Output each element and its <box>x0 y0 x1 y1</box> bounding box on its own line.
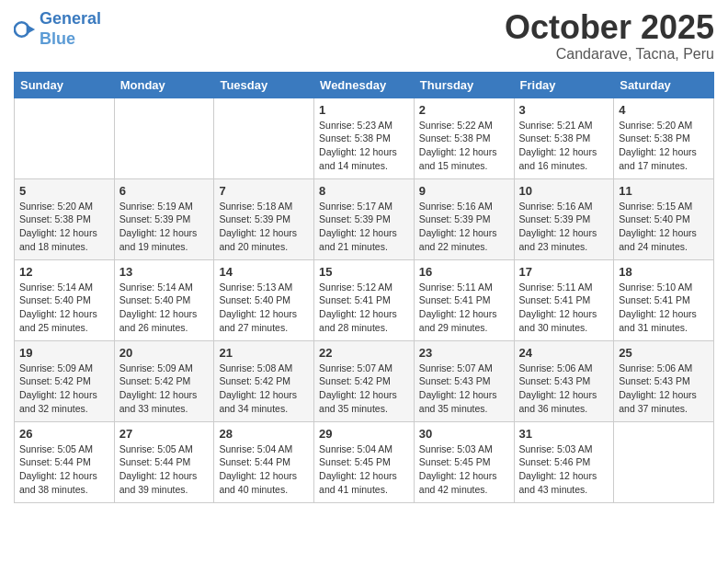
weekday-header: Monday <box>114 72 214 98</box>
day-number: 12 <box>19 265 109 279</box>
day-info: Sunrise: 5:17 AM Sunset: 5:39 PM Dayligh… <box>319 200 409 254</box>
calendar-cell: 3Sunrise: 5:21 AM Sunset: 5:38 PM Daylig… <box>514 98 614 178</box>
day-info: Sunrise: 5:05 AM Sunset: 5:44 PM Dayligh… <box>119 442 210 497</box>
day-number: 15 <box>319 265 409 279</box>
day-number: 3 <box>519 103 609 117</box>
calendar-week-row: 12Sunrise: 5:14 AM Sunset: 5:40 PM Dayli… <box>15 259 714 340</box>
day-info: Sunrise: 5:15 AM Sunset: 5:40 PM Dayligh… <box>619 200 709 254</box>
header: General Blue October 2025 Candarave, Tac… <box>14 9 714 63</box>
day-number: 20 <box>119 346 210 360</box>
calendar-cell: 23Sunrise: 5:07 AM Sunset: 5:43 PM Dayli… <box>414 340 514 421</box>
day-info: Sunrise: 5:06 AM Sunset: 5:43 PM Dayligh… <box>519 362 609 416</box>
calendar-cell <box>114 98 214 178</box>
day-info: Sunrise: 5:14 AM Sunset: 5:40 PM Dayligh… <box>119 281 210 335</box>
day-number: 2 <box>419 103 509 117</box>
day-info: Sunrise: 5:13 AM Sunset: 5:40 PM Dayligh… <box>219 281 309 335</box>
calendar-cell: 24Sunrise: 5:06 AM Sunset: 5:43 PM Dayli… <box>514 340 614 421</box>
day-info: Sunrise: 5:23 AM Sunset: 5:38 PM Dayligh… <box>319 119 409 173</box>
day-info: Sunrise: 5:18 AM Sunset: 5:39 PM Dayligh… <box>219 200 309 254</box>
calendar-cell: 17Sunrise: 5:11 AM Sunset: 5:41 PM Dayli… <box>514 259 614 340</box>
day-number: 26 <box>19 427 109 441</box>
calendar-week-row: 5Sunrise: 5:20 AM Sunset: 5:38 PM Daylig… <box>15 178 714 259</box>
day-info: Sunrise: 5:20 AM Sunset: 5:38 PM Dayligh… <box>619 119 709 173</box>
calendar-cell: 15Sunrise: 5:12 AM Sunset: 5:41 PM Dayli… <box>314 259 415 340</box>
calendar-cell: 14Sunrise: 5:13 AM Sunset: 5:40 PM Dayli… <box>214 259 314 340</box>
calendar-cell: 27Sunrise: 5:05 AM Sunset: 5:44 PM Dayli… <box>114 421 214 502</box>
day-info: Sunrise: 5:11 AM Sunset: 5:41 PM Dayligh… <box>419 281 509 335</box>
day-number: 6 <box>119 184 210 198</box>
calendar-table: SundayMondayTuesdayWednesdayThursdayFrid… <box>14 72 714 503</box>
day-info: Sunrise: 5:08 AM Sunset: 5:42 PM Dayligh… <box>219 362 309 416</box>
calendar-cell: 22Sunrise: 5:07 AM Sunset: 5:42 PM Dayli… <box>314 340 415 421</box>
svg-marker-1 <box>27 24 35 33</box>
logo-text: General Blue <box>40 9 101 49</box>
calendar-cell: 4Sunrise: 5:20 AM Sunset: 5:38 PM Daylig… <box>614 98 714 178</box>
calendar-cell: 18Sunrise: 5:10 AM Sunset: 5:41 PM Dayli… <box>614 259 714 340</box>
calendar-week-row: 26Sunrise: 5:05 AM Sunset: 5:44 PM Dayli… <box>15 421 714 502</box>
title-section: October 2025 Candarave, Tacna, Peru <box>505 9 714 63</box>
day-number: 10 <box>519 184 609 198</box>
calendar-cell: 8Sunrise: 5:17 AM Sunset: 5:39 PM Daylig… <box>314 178 415 259</box>
day-info: Sunrise: 5:14 AM Sunset: 5:40 PM Dayligh… <box>19 281 109 335</box>
day-number: 24 <box>519 346 609 360</box>
day-number: 21 <box>219 346 309 360</box>
day-info: Sunrise: 5:09 AM Sunset: 5:42 PM Dayligh… <box>19 362 109 416</box>
day-number: 30 <box>419 427 509 441</box>
calendar-cell: 7Sunrise: 5:18 AM Sunset: 5:39 PM Daylig… <box>214 178 314 259</box>
day-number: 18 <box>619 265 709 279</box>
day-number: 25 <box>619 346 709 360</box>
day-info: Sunrise: 5:10 AM Sunset: 5:41 PM Dayligh… <box>619 281 709 335</box>
calendar-cell: 31Sunrise: 5:03 AM Sunset: 5:46 PM Dayli… <box>514 421 614 502</box>
day-number: 31 <box>519 427 609 441</box>
logo-icon <box>14 18 36 40</box>
day-number: 5 <box>19 184 109 198</box>
day-info: Sunrise: 5:04 AM Sunset: 5:44 PM Dayligh… <box>219 442 309 497</box>
day-number: 29 <box>319 427 409 441</box>
calendar-cell <box>214 98 314 178</box>
weekday-header: Friday <box>514 72 614 98</box>
page-container: General Blue October 2025 Candarave, Tac… <box>0 0 728 517</box>
day-number: 27 <box>119 427 210 441</box>
month-title: October 2025 <box>505 9 714 46</box>
calendar-cell: 1Sunrise: 5:23 AM Sunset: 5:38 PM Daylig… <box>314 98 415 178</box>
calendar-week-row: 19Sunrise: 5:09 AM Sunset: 5:42 PM Dayli… <box>15 340 714 421</box>
day-number: 13 <box>119 265 210 279</box>
calendar-cell: 21Sunrise: 5:08 AM Sunset: 5:42 PM Dayli… <box>214 340 314 421</box>
day-info: Sunrise: 5:12 AM Sunset: 5:41 PM Dayligh… <box>319 281 409 335</box>
calendar-cell: 6Sunrise: 5:19 AM Sunset: 5:39 PM Daylig… <box>114 178 214 259</box>
weekday-header: Sunday <box>15 72 115 98</box>
weekday-header: Tuesday <box>214 72 314 98</box>
weekday-header: Wednesday <box>314 72 415 98</box>
weekday-header: Saturday <box>614 72 714 98</box>
calendar-cell: 29Sunrise: 5:04 AM Sunset: 5:45 PM Dayli… <box>314 421 415 502</box>
day-info: Sunrise: 5:06 AM Sunset: 5:43 PM Dayligh… <box>619 362 709 416</box>
day-info: Sunrise: 5:07 AM Sunset: 5:42 PM Dayligh… <box>319 362 409 416</box>
calendar-cell: 9Sunrise: 5:16 AM Sunset: 5:39 PM Daylig… <box>414 178 514 259</box>
calendar-cell: 25Sunrise: 5:06 AM Sunset: 5:43 PM Dayli… <box>614 340 714 421</box>
day-info: Sunrise: 5:07 AM Sunset: 5:43 PM Dayligh… <box>419 362 509 416</box>
day-number: 19 <box>19 346 109 360</box>
day-number: 7 <box>219 184 309 198</box>
calendar-cell: 11Sunrise: 5:15 AM Sunset: 5:40 PM Dayli… <box>614 178 714 259</box>
day-number: 28 <box>219 427 309 441</box>
calendar-cell: 16Sunrise: 5:11 AM Sunset: 5:41 PM Dayli… <box>414 259 514 340</box>
day-info: Sunrise: 5:03 AM Sunset: 5:45 PM Dayligh… <box>419 442 509 497</box>
day-info: Sunrise: 5:19 AM Sunset: 5:39 PM Dayligh… <box>119 200 210 254</box>
day-info: Sunrise: 5:04 AM Sunset: 5:45 PM Dayligh… <box>319 442 409 497</box>
day-number: 4 <box>619 103 709 117</box>
calendar-cell: 5Sunrise: 5:20 AM Sunset: 5:38 PM Daylig… <box>15 178 115 259</box>
day-info: Sunrise: 5:11 AM Sunset: 5:41 PM Dayligh… <box>519 281 609 335</box>
calendar-cell: 2Sunrise: 5:22 AM Sunset: 5:38 PM Daylig… <box>414 98 514 178</box>
calendar-cell: 19Sunrise: 5:09 AM Sunset: 5:42 PM Dayli… <box>15 340 115 421</box>
calendar-cell: 12Sunrise: 5:14 AM Sunset: 5:40 PM Dayli… <box>15 259 115 340</box>
calendar-cell <box>614 421 714 502</box>
day-info: Sunrise: 5:05 AM Sunset: 5:44 PM Dayligh… <box>19 442 109 497</box>
calendar-cell: 28Sunrise: 5:04 AM Sunset: 5:44 PM Dayli… <box>214 421 314 502</box>
day-info: Sunrise: 5:22 AM Sunset: 5:38 PM Dayligh… <box>419 119 509 173</box>
day-number: 22 <box>319 346 409 360</box>
day-info: Sunrise: 5:09 AM Sunset: 5:42 PM Dayligh… <box>119 362 210 416</box>
logo: General Blue <box>14 9 101 49</box>
day-info: Sunrise: 5:16 AM Sunset: 5:39 PM Dayligh… <box>419 200 509 254</box>
day-number: 11 <box>619 184 709 198</box>
day-number: 23 <box>419 346 509 360</box>
